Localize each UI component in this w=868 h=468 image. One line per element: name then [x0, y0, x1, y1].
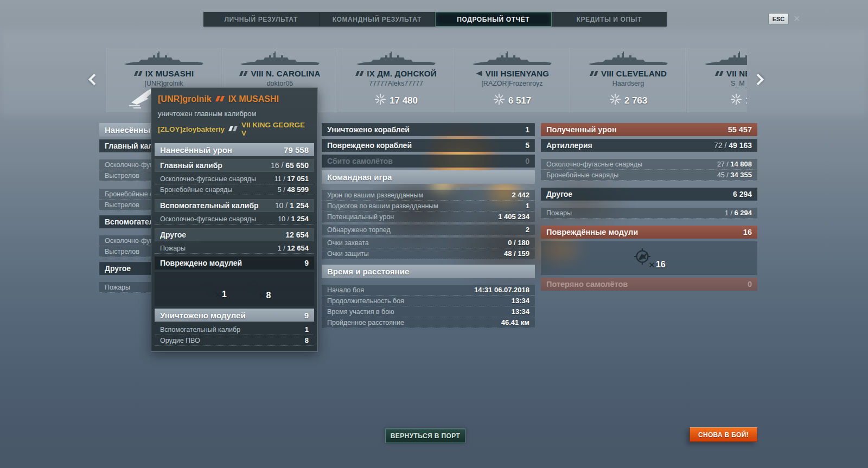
return-to-port-button[interactable]: ВЕРНУТЬСЯ В ПОРТ — [385, 428, 465, 443]
damage-burst-icon — [493, 93, 505, 108]
stat-band-row: Повреждено кораблей5 — [322, 139, 535, 152]
ship-name: VIII HSIENYANG — [455, 69, 570, 78]
stat-band-row: Главный калибр16 / 65 650 — [155, 159, 314, 172]
stat-band-row: Другое12 654 — [155, 228, 314, 241]
tab-2[interactable]: КОМАНДНЫЙ РЕЗУЛЬТАТ — [320, 12, 436, 27]
ship-card[interactable]: IX ДМ. ДОНСКОЙ77777Aleks7777717 480 — [339, 48, 454, 112]
ship-silhouette — [239, 50, 321, 70]
ship-card[interactable]: VIII HSIENYANG[RAZOR]Frozenroyz6 517 — [455, 48, 570, 112]
stat-detail-row: Осколочно-фугасные снаряды10 / 1 254 — [155, 214, 314, 225]
stat-detail-row: Осколочно-фугасные снаряды27 / 14 808 — [541, 159, 757, 170]
ship-silhouette — [355, 50, 437, 70]
modules-icons-row: ✕1✕8 — [155, 272, 314, 306]
ship-silhouette — [471, 50, 553, 70]
damage-header-row: Потеряно самолётов0 — [541, 278, 757, 291]
stat-band-row: Другое6 294 — [541, 188, 757, 201]
ship-name: VII NELSON — [687, 69, 747, 78]
multiply-icon: ✕ — [648, 261, 655, 269]
tab-3-active[interactable]: ПОДРОБНЫЙ ОТЧЁТ — [435, 12, 552, 27]
ship-name: VIII N. CAROLINA — [222, 69, 337, 78]
tooltip-killer-name: [ZLOY]zloybakteriy — [158, 125, 225, 133]
esc-key-badge[interactable]: ESC — [768, 13, 789, 25]
stat-detail-row: Бронебойные снаряды5 / 48 599 — [155, 184, 314, 195]
spacer — [541, 181, 757, 188]
damage-header-row: Повреждённые модули16 — [541, 226, 757, 239]
ship-name: IX ДМ. ДОНСКОЙ — [339, 69, 454, 78]
damage-burst-icon — [730, 93, 742, 108]
stat-detail-row: Пожары1 / 6 294 — [541, 208, 757, 219]
tooltip-killer-line: [ZLOY]zloybakteriy VII KING GEORGE V — [158, 121, 311, 137]
stat-detail-row: Потенциальный урон1 405 234 — [322, 211, 535, 222]
ship-name: VIII CLEVELAND — [571, 69, 686, 78]
tooltip-player-name: [UNR]grolnik — [158, 94, 212, 104]
stat-detail-row: Очки защиты48 / 159 — [322, 248, 535, 259]
received-damage-column: Полученный урон55 457Артиллерия72 / 49 1… — [541, 123, 757, 293]
spacer — [541, 155, 757, 159]
ship-name: IX MUSASHI — [106, 69, 221, 78]
ship-player-name: S_M_ER — [687, 80, 747, 87]
stat-band-row: Повреждено модулей9 — [155, 257, 314, 270]
ship-silhouette — [587, 50, 669, 70]
ship-player-name: 77777Aleks77777 — [339, 80, 454, 87]
ship-player-name: [RAZOR]Frozenroyz — [455, 80, 570, 87]
carousel-next-button[interactable] — [752, 74, 764, 86]
ship-damage: 6 517 — [455, 93, 570, 108]
destroyer-class-icon — [475, 69, 483, 78]
stat-band-row: Уничтожено кораблей1 — [322, 123, 535, 136]
cruiser-class-icon — [590, 69, 598, 78]
spacer — [541, 203, 757, 208]
module-count: ✕8 — [243, 278, 271, 300]
tooltip-player-line: [UNR]grolnik IX MUSASHI — [158, 94, 311, 104]
damage-header-row: Полученный урон55 457 — [541, 123, 757, 136]
stat-detail-row: Обнаружено торпед2 — [322, 225, 535, 235]
section-header-row: Нанесённый урон79 558 — [155, 143, 314, 156]
ship-damage: 1 0 — [687, 93, 747, 108]
window-controls: ESC ✕ — [768, 13, 800, 25]
stat-detail-row: Пожары1 / 12 654 — [155, 243, 314, 254]
stat-detail-row: Пройденное расстояние46.41 км — [322, 317, 535, 328]
module-count: ✕1 — [198, 279, 227, 299]
tooltip-death-reason: уничтожен главным калибром — [158, 110, 311, 118]
ship-silhouette — [123, 50, 205, 70]
tooltip-killer-ship: VII KING GEORGE V — [241, 121, 311, 137]
damage-burst-icon — [374, 93, 386, 108]
stat-detail-row: Урон по вашим разведданным2 442 — [322, 190, 535, 201]
stat-band-row: Артиллерия72 / 49 163 — [541, 139, 757, 152]
spacer — [541, 219, 757, 226]
stat-detail-row: Начало боя14:31 06.07.2018 — [322, 285, 535, 296]
stat-detail-row: Бронебойные снаряды45 / 34 355 — [541, 170, 757, 181]
close-icon[interactable]: ✕ — [793, 15, 800, 23]
tooltip-ship-name: IX MUSASHI — [228, 94, 279, 104]
stat-detail-row: Вспомогательный калибр1 — [155, 324, 314, 335]
ship-player-name: doktor05 — [222, 80, 337, 87]
chevron-right-icon — [752, 74, 764, 85]
carousel-prev-button[interactable] — [88, 74, 100, 86]
ship-silhouette — [703, 50, 747, 70]
battle-again-button[interactable]: СНОВА В БОЙ! — [690, 427, 757, 442]
tooltip-stats: Нанесённый урон79 558Главный калибр16 / … — [157, 143, 312, 346]
stat-detail-row: Осколочно-фугасные снаряды11 / 17 051 — [155, 174, 314, 184]
battleship-class-icon-ally — [228, 125, 238, 133]
stat-detail-row: Поджогов по вашим разведданным1 — [322, 201, 535, 211]
ship-player-name: [UNR]grolnik — [106, 80, 221, 87]
cruiser-class-icon — [355, 69, 364, 78]
ship-card[interactable]: VIII CLEVELANDHaardserg2 763 — [571, 48, 686, 112]
ship-detail-tooltip: [UNR]grolnik IX MUSASHI уничтожен главны… — [151, 87, 318, 352]
team-play-column: Уничтожено кораблей1Повреждено кораблей5… — [322, 123, 535, 328]
battleship-class-icon-enemy — [215, 94, 225, 104]
damage-burst-icon — [609, 93, 621, 108]
spacer — [322, 259, 535, 265]
spacer — [155, 195, 314, 199]
results-tab-bar: ЛИЧНЫЙ РЕЗУЛЬТАТКОМАНДНЫЙ РЕЗУЛЬТАТПОДРО… — [203, 12, 667, 27]
stat-detail-row: Продолжительность боя13:34 — [322, 296, 535, 306]
tab-4[interactable]: КРЕДИТЫ И ОПЫТ — [552, 12, 667, 27]
stat-detail-row: Время участия в бою13:34 — [322, 306, 535, 317]
ship-card[interactable]: VII NELSONS_M_ER1 0 — [687, 48, 747, 112]
battleship-class-icon — [134, 69, 143, 78]
ship-damage: 2 763 — [571, 93, 686, 108]
stat-band-row: Вспомогательный калибр10 / 1 254 — [155, 199, 314, 212]
battleship-class-icon — [239, 69, 248, 78]
tab-1[interactable]: ЛИЧНЫЙ РЕЗУЛЬТАТ — [203, 12, 320, 27]
multiply-icon: ✕ — [259, 292, 266, 300]
battleship-class-icon — [715, 69, 724, 78]
